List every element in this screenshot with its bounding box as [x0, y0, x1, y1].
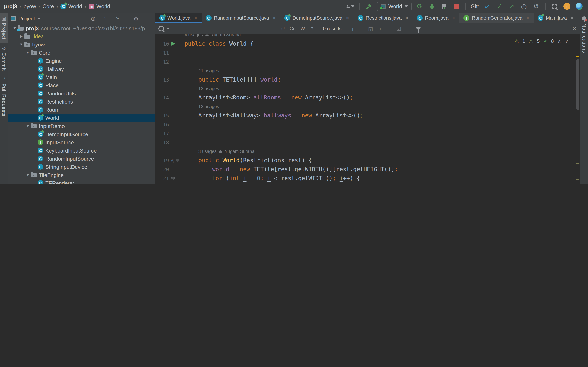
- next-occurrence-button[interactable]: ↓: [360, 25, 362, 32]
- select-all-occurrences-button[interactable]: ☑: [397, 25, 401, 32]
- tab-world-java[interactable]: CWorld.java✕: [155, 13, 201, 23]
- expand-all-button[interactable]: ⇳: [101, 15, 109, 23]
- close-icon[interactable]: ✕: [570, 15, 574, 21]
- close-icon[interactable]: ✕: [572, 25, 577, 32]
- run-button[interactable]: ⟳: [416, 2, 424, 10]
- breadcrumb-item[interactable]: byow: [24, 3, 36, 9]
- search-options-button[interactable]: ≡: [407, 25, 410, 32]
- code-line-15[interactable]: 15 ArrayList<Hallway> hallways = new Arr…: [155, 111, 576, 120]
- error-stripe-mark[interactable]: [576, 179, 579, 180]
- find-toggle-W[interactable]: W: [300, 26, 305, 31]
- code-line-17[interactable]: 17: [155, 129, 576, 138]
- tree-item-randominputsource[interactable]: CRandomInputSource: [8, 155, 155, 163]
- tool-stripe-notifications[interactable]: Notifications: [581, 24, 587, 53]
- tab-room-java[interactable]: CRoom.java✕: [413, 13, 459, 23]
- build-hammer-icon[interactable]: [365, 2, 373, 10]
- tab-restrictions-java[interactable]: CRestrictions.java✕: [354, 13, 413, 23]
- tab-randomgenerator-java[interactable]: IRandomGenerator.java✕: [459, 13, 534, 23]
- find-toggle-[interactable]: .*: [310, 26, 313, 31]
- newline-icon[interactable]: ↵: [281, 25, 285, 32]
- git-push-icon[interactable]: ↗: [508, 2, 516, 10]
- tree-item-engine[interactable]: CEngine: [8, 57, 155, 65]
- inspections-widget[interactable]: ⚠ 1 ⚠ 5 ✔ 8 ∧ ∨: [515, 38, 569, 44]
- code-line-14[interactable]: 14 ArrayList<Room> allRooms = new ArrayL…: [155, 93, 576, 102]
- search-input[interactable]: [158, 26, 277, 31]
- tree-item-byow[interactable]: ▼byow: [8, 40, 155, 49]
- tree-item-stringinputdevice[interactable]: CStringInputDevice: [8, 163, 155, 171]
- code-line-18[interactable]: 18: [155, 138, 576, 147]
- tab-randominputsource-java[interactable]: CRandomInputSource.java✕: [201, 13, 280, 23]
- tree-item-hallway[interactable]: CHallway: [8, 65, 155, 73]
- add-selection-button[interactable]: +: [379, 25, 382, 32]
- prev-occurrence-button[interactable]: ↑: [351, 25, 354, 32]
- tree-item-core[interactable]: ▼Core: [8, 49, 155, 57]
- code-line-16[interactable]: 16: [155, 120, 576, 129]
- code-line-20[interactable]: 20 world = new TETile[rest.getWIDTH()][r…: [155, 165, 576, 174]
- tree-twist-expanded[interactable]: ▼: [25, 124, 31, 128]
- tree-item-world[interactable]: CWorld: [8, 114, 155, 122]
- debug-bug-icon[interactable]: [428, 2, 436, 10]
- gear-icon[interactable]: ⚙: [132, 15, 140, 23]
- close-icon[interactable]: ✕: [346, 15, 349, 21]
- tree-twist-collapsed[interactable]: ▶: [18, 34, 25, 38]
- tree-item-demoinputsource[interactable]: CDemoInputSource: [8, 130, 155, 138]
- tool-stripe-project[interactable]: ▣Project: [0, 13, 8, 43]
- tree-item-randomutils[interactable]: CRandomUtils: [8, 89, 155, 98]
- tree-item-inputdemo[interactable]: ▼InputDemo: [8, 122, 155, 130]
- code-line-12[interactable]: 12: [155, 57, 576, 66]
- usages-annotation[interactable]: 3 usagesYugam Surana: [185, 149, 254, 154]
- ide-sphere-icon[interactable]: [575, 2, 583, 10]
- breadcrumb-item[interactable]: mWorld: [89, 3, 110, 9]
- find-toggle-Cc[interactable]: Cc: [290, 26, 295, 31]
- next-problem-button[interactable]: ∨: [565, 38, 568, 44]
- run-line-icon[interactable]: [172, 42, 175, 46]
- prev-problem-button[interactable]: ∧: [558, 38, 561, 44]
- rollback-icon[interactable]: ↺: [532, 2, 540, 10]
- fold-open-icon[interactable]: [176, 158, 179, 162]
- code-with-me-users-icon[interactable]: [346, 2, 355, 10]
- update-available-icon[interactable]: ↑: [563, 2, 571, 10]
- editor-scrollbar[interactable]: [576, 34, 580, 184]
- breadcrumb-item[interactable]: CWorld: [61, 3, 82, 9]
- close-icon[interactable]: ✕: [194, 15, 198, 21]
- tree-item-keyboardinputsource[interactable]: CKeyboardInputSource: [8, 146, 155, 155]
- stop-button[interactable]: [452, 2, 461, 10]
- code-line-11[interactable]: 11: [155, 48, 576, 57]
- breadcrumb-item[interactable]: Core: [43, 3, 54, 9]
- close-icon[interactable]: ✕: [526, 15, 529, 21]
- tab-main-java[interactable]: CMain.java✕: [534, 13, 578, 23]
- tree-item-place[interactable]: CPlace: [8, 81, 155, 89]
- project-view-selector[interactable]: Project: [11, 16, 41, 22]
- usages-annotation[interactable]: 13 usages: [185, 104, 219, 109]
- tree-item-room[interactable]: CRoom: [8, 106, 155, 114]
- tree-item-restrictions[interactable]: CRestrictions: [8, 98, 155, 106]
- collapse-all-button[interactable]: ⇲: [113, 15, 122, 23]
- run-with-coverage-icon[interactable]: [440, 2, 448, 10]
- close-icon[interactable]: ✕: [405, 15, 408, 21]
- close-icon[interactable]: ✕: [272, 15, 276, 21]
- hide-panel-button[interactable]: —: [144, 15, 152, 23]
- tab-demoinputsource-java[interactable]: CDemoInputSource.java✕: [280, 13, 354, 23]
- code-editor[interactable]: 4 usagesYugam Surana10public class World…: [155, 34, 576, 184]
- tree-item-main[interactable]: CMain: [8, 73, 155, 81]
- usages-annotation[interactable]: 13 usages: [185, 86, 219, 91]
- code-line-21[interactable]: 21 for (int i = 0; i < rest.getWIDTH(); …: [155, 174, 576, 183]
- code-line-10[interactable]: 10public class World {: [155, 39, 576, 48]
- locate-file-button[interactable]: ⊕: [89, 15, 97, 23]
- search-in-selection-button[interactable]: ◱: [368, 25, 373, 32]
- filter-icon[interactable]: [416, 27, 421, 30]
- usages-annotation[interactable]: 4 usagesYugam Surana: [185, 34, 241, 37]
- git-update-icon[interactable]: ↙: [483, 2, 491, 10]
- tree-item-inputsource[interactable]: IInputSource: [8, 138, 155, 146]
- close-icon[interactable]: ✕: [452, 15, 455, 21]
- notifications-bell-icon[interactable]: [582, 16, 586, 20]
- tool-stripe-pull-requests[interactable]: ⑂Pull Requests: [0, 74, 8, 120]
- tool-stripe-commit[interactable]: ⊙Commit: [0, 43, 8, 74]
- breadcrumb-item[interactable]: proj3: [4, 3, 17, 9]
- search-everywhere-icon[interactable]: [550, 2, 559, 10]
- fold-open-icon[interactable]: [172, 176, 175, 180]
- tree-twist-expanded[interactable]: ▼: [25, 50, 31, 55]
- tree-item-terenderer[interactable]: CTERenderer: [8, 179, 155, 184]
- tree-twist-expanded[interactable]: ▼: [18, 42, 25, 47]
- git-commit-check-icon[interactable]: ✓: [495, 2, 503, 10]
